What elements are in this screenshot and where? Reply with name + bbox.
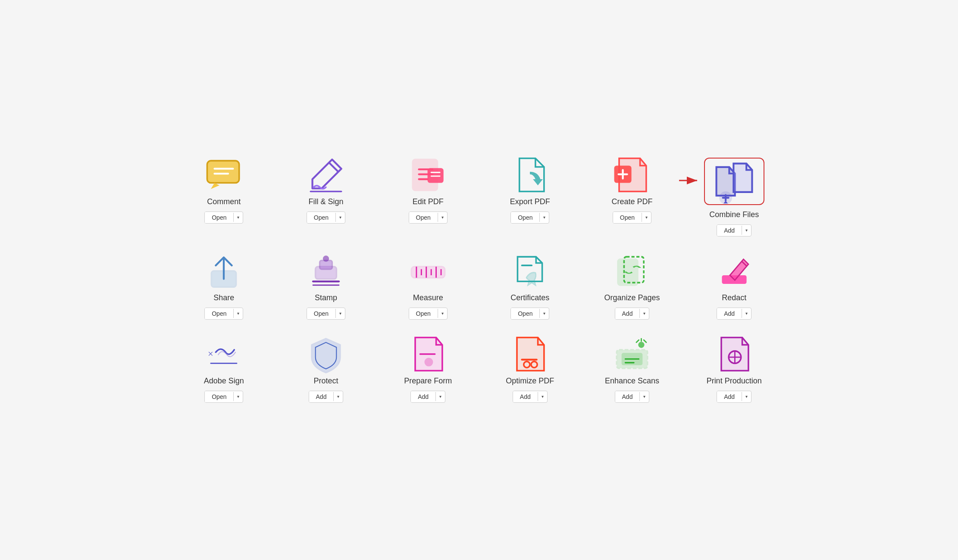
tool-icon-combine-files — [704, 158, 764, 205]
tool-item-edit-pdf: Edit PDFOpen▾ — [381, 158, 475, 236]
tool-name-share: Share — [213, 293, 234, 302]
btn-main-share[interactable]: Open — [205, 308, 233, 319]
btn-main-protect[interactable]: Add — [309, 391, 334, 402]
tool-icon-protect — [304, 337, 348, 371]
btn-dropdown-print-production[interactable]: ▾ — [742, 392, 751, 401]
tool-item-create-pdf: Create PDFOpen▾ — [585, 158, 679, 236]
btn-main-optimize-pdf[interactable]: Add — [513, 391, 538, 402]
btn-main-measure[interactable]: Open — [409, 308, 438, 319]
tool-icon-enhance-scans — [610, 337, 654, 371]
svg-point-48 — [638, 342, 644, 348]
tool-icon-create-pdf — [610, 158, 654, 192]
tool-name-prepare-form: Prepare Form — [404, 376, 452, 386]
btn-main-print-production[interactable]: Add — [717, 391, 742, 402]
tool-item-prepare-form: Prepare FormAdd▾ — [381, 337, 475, 403]
tool-icon-measure — [407, 254, 450, 288]
btn-main-comment[interactable]: Open — [205, 212, 233, 223]
tool-item-print-production: Print ProductionAdd▾ — [687, 337, 781, 403]
svg-rect-10 — [427, 168, 443, 183]
btn-dropdown-create-pdf[interactable]: ▾ — [642, 213, 651, 222]
btn-group-edit-pdf: Open▾ — [409, 212, 448, 224]
tool-item-adobe-sign: × Adobe SignOpen▾ — [177, 337, 271, 403]
btn-main-edit-pdf[interactable]: Open — [409, 212, 438, 223]
btn-group-fill-sign: Open▾ — [307, 212, 345, 224]
btn-group-redact: Add▾ — [717, 308, 751, 320]
btn-main-organize-pages[interactable]: Add — [615, 308, 640, 319]
btn-group-create-pdf: Open▾ — [613, 212, 651, 224]
svg-rect-24 — [320, 260, 332, 269]
tool-icon-share — [202, 254, 245, 288]
tool-name-export-pdf: Export PDF — [510, 197, 550, 206]
tool-item-organize-pages: Organize PagesAdd▾ — [585, 254, 679, 320]
btn-main-fill-sign[interactable]: Open — [307, 212, 335, 223]
btn-group-adobe-sign: Open▾ — [204, 391, 243, 403]
btn-main-certificates[interactable]: Open — [511, 308, 539, 319]
btn-main-export-pdf[interactable]: Open — [511, 212, 539, 223]
btn-main-redact[interactable]: Add — [717, 308, 742, 319]
btn-group-optimize-pdf: Add▾ — [513, 391, 548, 403]
tool-icon-prepare-form — [407, 337, 450, 371]
tool-icon-export-pdf — [508, 158, 551, 192]
tool-item-redact: RedactAdd▾ — [687, 254, 781, 320]
tool-item-certificates: CertificatesOpen▾ — [483, 254, 577, 320]
svg-text:×: × — [207, 348, 214, 359]
btn-group-combine-files: Add▾ — [717, 224, 751, 236]
tool-item-combine-files: Combine FilesAdd▾ — [687, 158, 781, 236]
btn-dropdown-measure[interactable]: ▾ — [438, 309, 447, 318]
btn-main-prepare-form[interactable]: Add — [411, 391, 435, 402]
btn-dropdown-share[interactable]: ▾ — [233, 309, 243, 318]
tool-icon-stamp — [304, 254, 348, 288]
tool-name-print-production: Print Production — [707, 376, 762, 386]
btn-dropdown-comment[interactable]: ▾ — [233, 213, 243, 222]
btn-main-stamp[interactable]: Open — [307, 308, 335, 319]
tool-name-enhance-scans: Enhance Scans — [605, 376, 659, 386]
svg-rect-37 — [618, 259, 638, 285]
btn-dropdown-redact[interactable]: ▾ — [742, 309, 751, 318]
btn-main-create-pdf[interactable]: Open — [613, 212, 642, 223]
btn-dropdown-prepare-form[interactable]: ▾ — [435, 392, 445, 401]
btn-dropdown-combine-files[interactable]: ▾ — [742, 226, 751, 235]
tool-icon-certificates — [508, 254, 551, 288]
btn-dropdown-edit-pdf[interactable]: ▾ — [438, 213, 447, 222]
btn-group-comment: Open▾ — [204, 212, 243, 224]
btn-group-enhance-scans: Add▾ — [615, 391, 650, 403]
svg-rect-0 — [207, 161, 239, 183]
tool-icon-redact — [713, 254, 756, 288]
btn-dropdown-certificates[interactable]: ▾ — [539, 309, 549, 318]
tool-icon-fill-sign — [304, 158, 348, 192]
tool-name-fill-sign: Fill & Sign — [308, 197, 343, 206]
btn-dropdown-adobe-sign[interactable]: ▾ — [233, 392, 243, 401]
tool-name-measure: Measure — [413, 293, 443, 302]
tool-name-redact: Redact — [722, 293, 746, 302]
tool-name-organize-pages: Organize Pages — [604, 293, 660, 302]
tool-icon-optimize-pdf — [508, 337, 551, 371]
btn-group-export-pdf: Open▾ — [510, 212, 549, 224]
btn-group-stamp: Open▾ — [307, 308, 345, 320]
btn-dropdown-protect[interactable]: ▾ — [333, 392, 343, 401]
btn-main-combine-files[interactable]: Add — [717, 225, 742, 236]
tool-name-certificates: Certificates — [510, 293, 549, 302]
svg-marker-4 — [211, 183, 219, 189]
btn-dropdown-organize-pages[interactable]: ▾ — [639, 309, 649, 318]
tool-name-combine-files: Combine Files — [709, 210, 759, 219]
tool-item-share: ShareOpen▾ — [177, 254, 271, 320]
btn-dropdown-optimize-pdf[interactable]: ▾ — [538, 392, 547, 401]
btn-dropdown-stamp[interactable]: ▾ — [335, 309, 345, 318]
tool-icon-organize-pages — [610, 254, 654, 288]
btn-dropdown-export-pdf[interactable]: ▾ — [539, 213, 549, 222]
tool-name-adobe-sign: Adobe Sign — [204, 376, 244, 386]
tool-icon-comment — [202, 158, 245, 192]
tool-icon-print-production — [713, 337, 756, 371]
tool-icon-edit-pdf — [407, 158, 450, 192]
btn-group-organize-pages: Add▾ — [615, 308, 650, 320]
svg-point-25 — [323, 255, 329, 261]
btn-main-enhance-scans[interactable]: Add — [615, 391, 640, 402]
btn-dropdown-enhance-scans[interactable]: ▾ — [639, 392, 649, 401]
tool-item-measure: MeasureOpen▾ — [381, 254, 475, 320]
btn-group-print-production: Add▾ — [717, 391, 751, 403]
btn-dropdown-fill-sign[interactable]: ▾ — [335, 213, 345, 222]
btn-group-prepare-form: Add▾ — [410, 391, 445, 403]
tool-name-create-pdf: Create PDF — [611, 197, 652, 206]
btn-main-adobe-sign[interactable]: Open — [205, 391, 233, 402]
tool-item-comment: CommentOpen▾ — [177, 158, 271, 236]
